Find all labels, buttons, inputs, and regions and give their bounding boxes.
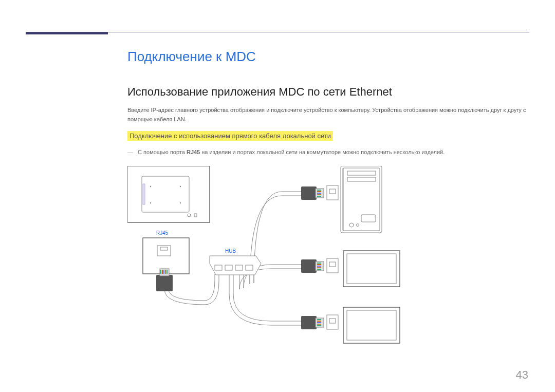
svg-rect-53 [317,269,321,270]
display-right-1-icon [327,251,400,287]
diagram-svg [127,166,415,361]
svg-rect-42 [317,190,321,191]
svg-rect-44 [317,193,321,194]
svg-rect-47 [301,259,317,273]
connection-diagram: RJ45 HUB [127,166,415,361]
svg-rect-40 [301,186,317,200]
svg-rect-16 [163,270,164,274]
main-content: Подключение к MDC Использование приложен… [127,49,529,361]
note-text: ― С помощью порта RJ45 на изделии и порт… [127,148,529,157]
svg-point-2 [150,185,151,186]
svg-rect-54 [301,316,317,329]
highlight-text: Подключение с использованием прямого каб… [127,131,333,141]
svg-rect-34 [327,258,338,273]
svg-rect-30 [327,185,338,200]
svg-rect-8 [143,184,145,204]
display-right-2-icon [327,307,400,343]
svg-rect-46 [317,196,321,197]
svg-rect-51 [317,266,321,267]
svg-rect-43 [317,191,321,192]
svg-point-4 [150,202,151,203]
note-part-2: на изделии и портах локальной сети на ко… [200,149,445,155]
svg-rect-14 [160,270,161,274]
page-number: 43 [516,368,528,382]
svg-rect-17 [165,270,166,274]
section-heading: Использование приложения MDC по сети Eth… [127,85,529,99]
svg-point-3 [180,185,181,186]
hub-icon [210,256,261,275]
svg-rect-58 [317,322,321,323]
page-title: Подключение к MDC [127,49,529,65]
svg-rect-59 [317,324,321,325]
svg-point-5 [180,202,181,203]
svg-rect-1 [142,176,189,212]
rj45-port-pc-icon [327,185,338,200]
rj45-label: RJ45 [156,230,168,236]
svg-rect-33 [347,254,396,284]
note-bold: RJ45 [187,149,200,155]
accent-bar [26,32,108,34]
rj45-plug-2-icon [301,259,324,273]
svg-rect-45 [317,194,321,195]
svg-rect-38 [327,315,338,329]
svg-rect-12 [156,275,173,291]
svg-rect-49 [317,263,321,264]
svg-rect-37 [347,310,396,340]
svg-rect-15 [162,270,163,274]
rj45-plug-3-icon [301,316,324,329]
note-part-1: С помощью порта [136,149,187,155]
hub-label: HUB [225,248,236,254]
display-back-icon [127,166,210,222]
svg-rect-50 [317,264,321,265]
rj45-plug-1-icon [301,186,324,200]
svg-rect-60 [317,325,321,326]
svg-rect-56 [317,319,321,320]
note-dash: ― [127,149,133,155]
svg-rect-23 [341,166,382,233]
intro-paragraph: Введите IP-адрес главного устройства ото… [127,106,529,124]
svg-rect-18 [166,270,168,274]
svg-rect-52 [317,267,321,268]
svg-rect-57 [317,321,321,322]
pc-tower-icon [341,166,382,233]
